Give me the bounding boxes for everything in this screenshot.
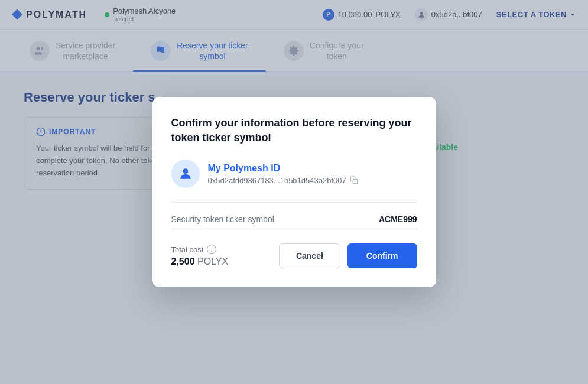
total-cost-info-icon[interactable]: i <box>207 245 216 254</box>
identity-avatar <box>171 160 200 188</box>
token-symbol-label: Security token ticker symbol <box>171 214 274 224</box>
confirm-button[interactable]: Confirm <box>347 243 417 268</box>
total-cost-label-row: Total cost i <box>171 245 229 254</box>
total-cost-value: 2,500 POLYX <box>171 256 229 267</box>
total-cost-currency: POLYX <box>197 256 228 266</box>
identity-name: My Polymesh ID <box>208 163 358 174</box>
identity-row: My Polymesh ID 0x5d2afdd9367183...1b5b1d… <box>171 160 417 188</box>
cancel-button[interactable]: Cancel <box>279 243 340 268</box>
svg-point-8 <box>183 169 188 174</box>
token-symbol-row: Security token ticker symbol ACME999 <box>171 214 417 224</box>
modal-overlay: Confirm your information before reservin… <box>0 0 588 384</box>
modal-dialog: Confirm your information before reservin… <box>152 97 436 287</box>
divider-bottom <box>171 229 417 229</box>
copy-address-icon[interactable] <box>350 176 358 184</box>
identity-address: 0x5d2afdd9367183...1b5b1d543a2bf007 <box>208 176 358 185</box>
total-cost-section: Total cost i 2,500 POLYX <box>171 245 229 267</box>
divider-top <box>171 202 417 203</box>
modal-title: Confirm your information before reservin… <box>171 116 417 145</box>
modal-footer: Total cost i 2,500 POLYX Cancel Confirm <box>171 243 417 268</box>
svg-rect-9 <box>353 179 358 184</box>
identity-details: My Polymesh ID 0x5d2afdd9367183...1b5b1d… <box>208 163 358 185</box>
token-symbol-value: ACME999 <box>379 214 417 224</box>
modal-buttons: Cancel Confirm <box>279 243 417 268</box>
